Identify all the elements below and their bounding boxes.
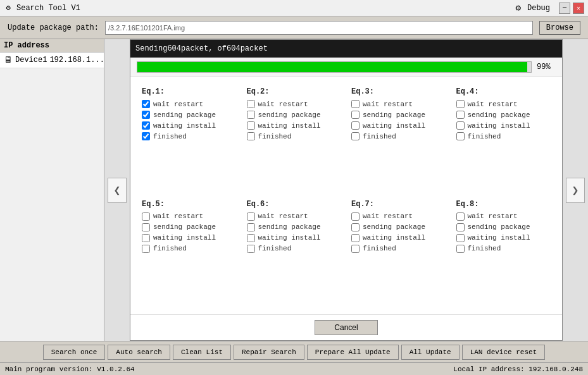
eq-item-eq2-finished: finished bbox=[247, 132, 342, 140]
prepare-all-update-button[interactable]: Prepare All Update bbox=[307, 345, 399, 360]
cancel-area: Cancel bbox=[130, 314, 562, 340]
label-eq7-finished: finished bbox=[363, 245, 396, 252]
title-left: ⚙ Search Tool V1 bbox=[4, 4, 80, 13]
checkbox-eq8-waiting_install[interactable] bbox=[456, 234, 465, 242]
checkbox-eq2-waiting_install[interactable] bbox=[247, 121, 255, 130]
checkbox-eq8-sending_package[interactable] bbox=[456, 223, 465, 231]
auto-search-button[interactable]: Auto search bbox=[108, 345, 170, 360]
eq-label-eq3: Eq.3: bbox=[351, 87, 446, 96]
label-eq6-sending_package: sending package bbox=[258, 223, 321, 231]
label-eq1-sending_package: sending package bbox=[153, 111, 216, 119]
left-nav-arrow[interactable]: ❮ bbox=[108, 178, 127, 203]
label-eq5-finished: finished bbox=[153, 245, 187, 252]
cancel-button[interactable]: Cancel bbox=[315, 320, 377, 335]
checkbox-eq3-waiting_install[interactable] bbox=[351, 121, 360, 130]
progress-bar-fill bbox=[137, 62, 527, 72]
eq-item-eq5-sending_package: sending package bbox=[142, 223, 237, 231]
checkbox-eq4-wait_restart[interactable] bbox=[456, 100, 465, 108]
checkbox-eq1-finished[interactable] bbox=[142, 132, 150, 140]
label-eq2-wait_restart: wait restart bbox=[258, 101, 308, 108]
eq-item-eq6-finished: finished bbox=[247, 245, 342, 253]
label-eq6-waiting_install: waiting install bbox=[258, 234, 321, 242]
checkbox-eq3-wait_restart[interactable] bbox=[351, 100, 360, 108]
equipment-section-eq5: Eq.5:wait restartsending packagewaiting … bbox=[137, 196, 242, 309]
checkbox-eq8-wait_restart[interactable] bbox=[456, 212, 465, 221]
checkbox-eq2-sending_package[interactable] bbox=[247, 111, 255, 119]
repair-search-button[interactable]: Repair Search bbox=[234, 345, 304, 360]
label-eq3-waiting_install: waiting install bbox=[363, 122, 425, 130]
eq-item-eq7-wait_restart: wait restart bbox=[351, 212, 446, 221]
right-nav-arrow[interactable]: ❯ bbox=[566, 178, 585, 203]
search-once-button[interactable]: Search once bbox=[43, 345, 106, 360]
equipment-section-eq7: Eq.7:wait restartsending packagewaiting … bbox=[346, 196, 451, 309]
dialog-title-text: Sending604packet, of604packet bbox=[135, 44, 268, 53]
eq-item-eq2-waiting_install: waiting install bbox=[247, 121, 342, 130]
checkbox-eq5-finished[interactable] bbox=[142, 245, 150, 253]
equipment-section-eq3: Eq.3:wait restartsending packagewaiting … bbox=[346, 83, 451, 196]
checkbox-eq1-waiting_install[interactable] bbox=[142, 121, 150, 130]
clean-list-button[interactable]: Clean List bbox=[173, 345, 231, 360]
app-title: Search Tool V1 bbox=[16, 4, 80, 13]
eq-item-eq7-waiting_install: waiting install bbox=[351, 234, 446, 242]
checkbox-eq2-finished[interactable] bbox=[247, 132, 255, 140]
label-eq4-waiting_install: waiting install bbox=[468, 122, 530, 130]
checkbox-eq1-sending_package[interactable] bbox=[142, 111, 150, 119]
progress-bar-container bbox=[137, 61, 532, 73]
eq-item-eq4-wait_restart: wait restart bbox=[456, 100, 551, 108]
eq-item-eq1-finished: finished bbox=[142, 132, 237, 140]
checkbox-eq6-wait_restart[interactable] bbox=[247, 212, 255, 221]
minimize-button[interactable]: ─ bbox=[559, 3, 570, 14]
eq-item-eq2-sending_package: sending package bbox=[247, 111, 342, 119]
label-eq4-wait_restart: wait restart bbox=[468, 101, 518, 108]
equipment-section-eq2: Eq.2:wait restartsending packagewaiting … bbox=[242, 83, 347, 196]
label-eq3-finished: finished bbox=[363, 133, 396, 140]
checkbox-eq6-waiting_install[interactable] bbox=[247, 234, 255, 242]
device-name: Device1 bbox=[15, 56, 47, 65]
equipment-grid: Eq.1:wait restartsending packagewaiting … bbox=[130, 77, 562, 314]
checkbox-eq5-wait_restart[interactable] bbox=[142, 212, 150, 221]
debug-label: Debug bbox=[527, 4, 550, 13]
eq-label-eq1: Eq.1: bbox=[142, 87, 237, 96]
checkbox-eq4-waiting_install[interactable] bbox=[456, 121, 465, 130]
path-bar: Update package path: Browse bbox=[0, 16, 588, 39]
close-button[interactable]: ✕ bbox=[573, 3, 584, 14]
checkbox-eq7-wait_restart[interactable] bbox=[351, 212, 360, 221]
checkbox-eq8-finished[interactable] bbox=[456, 245, 465, 253]
device-row[interactable]: 🖥 Device1 192.168.1... bbox=[0, 52, 104, 68]
eq-item-eq3-waiting_install: waiting install bbox=[351, 121, 446, 130]
checkbox-eq1-wait_restart[interactable] bbox=[142, 100, 150, 108]
checkbox-eq6-finished[interactable] bbox=[247, 245, 255, 253]
checkbox-eq4-sending_package[interactable] bbox=[456, 111, 465, 119]
device-icon: 🖥 bbox=[4, 55, 13, 65]
gear-icon-2: ⚙ bbox=[516, 3, 521, 13]
eq-item-eq3-sending_package: sending package bbox=[351, 111, 446, 119]
checkbox-eq5-waiting_install[interactable] bbox=[142, 234, 150, 242]
all-update-button[interactable]: All Update bbox=[401, 345, 460, 360]
browse-button[interactable]: Browse bbox=[539, 21, 580, 35]
eq-label-eq2: Eq.2: bbox=[247, 87, 342, 96]
device-panel: IP address 🖥 Device1 192.168.1... bbox=[0, 39, 104, 341]
checkbox-eq7-finished[interactable] bbox=[351, 245, 360, 253]
checkbox-eq2-wait_restart[interactable] bbox=[247, 100, 255, 108]
eq-item-eq4-waiting_install: waiting install bbox=[456, 121, 551, 130]
checkbox-eq7-waiting_install[interactable] bbox=[351, 234, 360, 242]
checkbox-eq3-sending_package[interactable] bbox=[351, 111, 360, 119]
eq-item-eq6-wait_restart: wait restart bbox=[247, 212, 342, 221]
eq-item-eq8-waiting_install: waiting install bbox=[456, 234, 551, 242]
lan-device-reset-button[interactable]: LAN device reset bbox=[462, 345, 546, 360]
eq-item-eq4-finished: finished bbox=[456, 132, 551, 140]
eq-item-eq4-sending_package: sending package bbox=[456, 111, 551, 119]
status-bar: Main program version: V1.0.2.64 Local IP… bbox=[0, 362, 588, 375]
eq-item-eq6-sending_package: sending package bbox=[247, 223, 342, 231]
checkbox-eq6-sending_package[interactable] bbox=[247, 223, 255, 231]
local-ip-label: Local IP address: 192.168.0.248 bbox=[453, 366, 583, 373]
eq-item-eq1-wait_restart: wait restart bbox=[142, 100, 237, 108]
label-eq6-wait_restart: wait restart bbox=[258, 212, 308, 220]
label-eq8-sending_package: sending package bbox=[468, 223, 530, 231]
path-input[interactable] bbox=[105, 21, 533, 35]
checkbox-eq4-finished[interactable] bbox=[456, 132, 465, 140]
checkbox-eq7-sending_package[interactable] bbox=[351, 223, 360, 231]
checkbox-eq3-finished[interactable] bbox=[351, 132, 360, 140]
checkbox-eq5-sending_package[interactable] bbox=[142, 223, 150, 231]
label-eq7-sending_package: sending package bbox=[363, 223, 425, 231]
